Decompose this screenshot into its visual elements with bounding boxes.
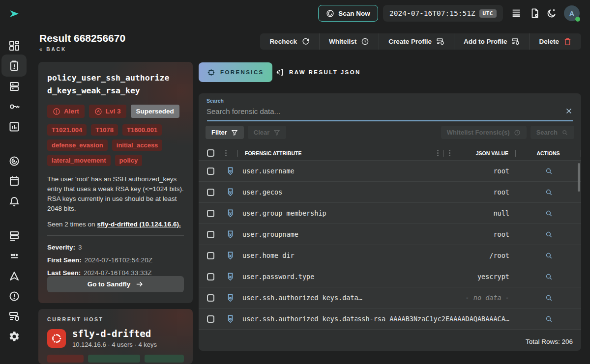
row-checkbox[interactable] bbox=[207, 315, 214, 323]
column-header-value[interactable]: JSON VALUE bbox=[476, 150, 508, 156]
document-info-icon[interactable] bbox=[530, 8, 540, 19]
sidebar-item-ssh-keys[interactable] bbox=[8, 101, 20, 112]
inspect-magnifier-icon[interactable] bbox=[545, 167, 553, 175]
funnel-icon bbox=[231, 129, 238, 136]
column-header-actions: ACTIONS bbox=[516, 150, 581, 156]
tab-forensics[interactable]: FORENSICS bbox=[199, 62, 272, 82]
clear-filter-button[interactable]: Clear bbox=[248, 126, 287, 139]
row-checkbox[interactable] bbox=[207, 294, 214, 302]
row-checkbox[interactable] bbox=[207, 273, 214, 280]
tab-raw-result-json[interactable]: RAW RESULT JSON bbox=[275, 62, 361, 82]
forensic-attribute: user.ssh.authorized_keys.data… bbox=[242, 315, 357, 323]
tag[interactable]: T1600.001 bbox=[122, 124, 162, 136]
tag[interactable]: policy bbox=[115, 155, 143, 166]
tag[interactable]: defense_evasion bbox=[47, 140, 108, 151]
table-row[interactable]: user.username root bbox=[199, 160, 581, 181]
magnifier-icon bbox=[561, 129, 568, 136]
scan-now-button[interactable]: Scan Now bbox=[318, 5, 378, 22]
back-link[interactable]: « BACK bbox=[39, 47, 66, 52]
inspect-magnifier-icon[interactable] bbox=[545, 209, 553, 218]
select-all-checkbox[interactable] bbox=[207, 149, 214, 157]
inspect-magnifier-icon[interactable] bbox=[545, 294, 553, 302]
sidebar-item-profiles[interactable] bbox=[8, 310, 20, 322]
inspect-magnifier-icon[interactable] bbox=[545, 188, 553, 196]
go-to-sandfly-button[interactable]: Go to Sandfly bbox=[47, 276, 184, 292]
json-value-no-data: - no data - bbox=[466, 294, 509, 302]
sidebar-item-scan[interactable] bbox=[8, 155, 20, 167]
host-name[interactable]: sfly-d-drifted bbox=[72, 329, 157, 339]
column-resize-handle[interactable] bbox=[449, 152, 450, 154]
json-braces-icon bbox=[275, 68, 284, 77]
row-checkbox[interactable] bbox=[207, 168, 214, 175]
search-button[interactable]: Search bbox=[531, 126, 574, 139]
row-checkbox[interactable] bbox=[207, 252, 214, 259]
sidebar-item-queue[interactable] bbox=[8, 230, 20, 242]
column-resize-handle[interactable] bbox=[225, 152, 227, 154]
table-row[interactable]: user.password.type yescrypt bbox=[199, 266, 581, 287]
tag[interactable]: lateral_movement bbox=[47, 155, 111, 166]
level-badge: Lvl 3 bbox=[89, 105, 126, 118]
clock-history-icon bbox=[514, 129, 521, 136]
sidebar-item-errors[interactable] bbox=[8, 290, 20, 302]
sidebar-item-hosts[interactable] bbox=[8, 81, 20, 92]
column-resize-handle[interactable] bbox=[437, 152, 439, 154]
current-time-display: 2024-07-16T07:15:51Z UTC bbox=[383, 5, 503, 22]
sidebar-item-schedule[interactable] bbox=[8, 175, 20, 187]
sidebar-item-reports[interactable] bbox=[8, 121, 20, 133]
inspect-magnifier-icon[interactable] bbox=[545, 273, 553, 281]
total-rows: Total Rows: 206 bbox=[526, 338, 573, 345]
tag[interactable]: initial_access bbox=[112, 140, 163, 151]
forensic-attribute: user.group_membership bbox=[242, 209, 493, 217]
forensic-badge-icon bbox=[226, 314, 235, 324]
sidebar-item-navigator[interactable] bbox=[8, 270, 20, 282]
table-row[interactable]: user.ssh.authorized_keys.data… ssh-rsa A… bbox=[199, 308, 581, 329]
column-header-attribute[interactable]: FORENSIC ATTRIBUTE bbox=[245, 150, 437, 156]
moon-icon[interactable] bbox=[546, 8, 557, 19]
forensics-panel: Search Filter Clear Whitelist Forensic(s… bbox=[199, 93, 581, 351]
funnel-x-icon bbox=[273, 129, 280, 136]
table-row[interactable]: user.ssh.authorized_keys.data… - no data… bbox=[199, 287, 581, 308]
sidebar-item-dashboard[interactable] bbox=[8, 40, 20, 52]
avatar[interactable]: A bbox=[564, 5, 580, 21]
inspect-magnifier-icon[interactable] bbox=[545, 252, 553, 260]
json-value: root bbox=[493, 230, 509, 238]
inspect-magnifier-icon[interactable] bbox=[545, 230, 553, 239]
sidebar-item-results[interactable] bbox=[8, 60, 20, 72]
forensic-badge-icon bbox=[226, 166, 235, 176]
row-checkbox[interactable] bbox=[207, 231, 214, 238]
forensic-badge-icon bbox=[226, 293, 235, 303]
clear-search-icon[interactable] bbox=[564, 107, 573, 115]
superseded-badge: Superseded bbox=[131, 105, 179, 118]
result-action-group: Recheck Whitelist Create Profile Add to … bbox=[260, 33, 581, 50]
json-value: null bbox=[493, 209, 509, 217]
table-scrollbar[interactable] bbox=[578, 163, 580, 192]
sidebar-item-credentials[interactable] bbox=[8, 250, 20, 262]
whitelist-forensics-button[interactable]: Whitelist Forensic(s) bbox=[441, 126, 527, 139]
row-checkbox[interactable] bbox=[207, 210, 214, 217]
sidebar-item-settings[interactable] bbox=[8, 331, 20, 342]
whitelist-button[interactable]: Whitelist bbox=[320, 33, 379, 50]
add-to-profile-button[interactable]: Add to Profile bbox=[454, 33, 530, 50]
log-lines-icon[interactable] bbox=[511, 8, 522, 19]
sandfly-logo-icon[interactable] bbox=[8, 8, 20, 20]
delete-button[interactable]: Delete bbox=[530, 33, 581, 50]
forensic-attribute: user.home_dir bbox=[242, 252, 489, 259]
clock-history-icon bbox=[361, 37, 369, 46]
table-row[interactable]: user.group_membership null bbox=[199, 202, 581, 224]
filter-button[interactable]: Filter bbox=[206, 126, 244, 139]
inspect-magnifier-icon[interactable] bbox=[545, 315, 553, 323]
last-seen-row: Last Seen:2024-07-16T04:33:33Z bbox=[47, 269, 184, 277]
host-tag-stub bbox=[88, 355, 140, 363]
host-link[interactable]: sfly-d-drifted (10.124.16.6). bbox=[97, 221, 180, 228]
tag[interactable]: T1021.004 bbox=[47, 124, 87, 136]
recheck-button[interactable]: Recheck bbox=[260, 33, 320, 50]
search-input[interactable] bbox=[206, 105, 564, 117]
table-row[interactable]: user.home_dir /root bbox=[199, 245, 581, 266]
sidebar-item-notifications[interactable] bbox=[8, 196, 20, 207]
row-checkbox[interactable] bbox=[207, 189, 214, 196]
create-profile-button[interactable]: Create Profile bbox=[379, 33, 454, 50]
table-row[interactable]: user.gecos root bbox=[199, 181, 581, 202]
table-row[interactable]: user.groupname root bbox=[199, 224, 581, 245]
tag[interactable]: T1078 bbox=[91, 124, 118, 136]
json-value: ssh-rsa AAAAB3NzaC1yc2EAAAADAQABAAACA… bbox=[357, 315, 509, 323]
